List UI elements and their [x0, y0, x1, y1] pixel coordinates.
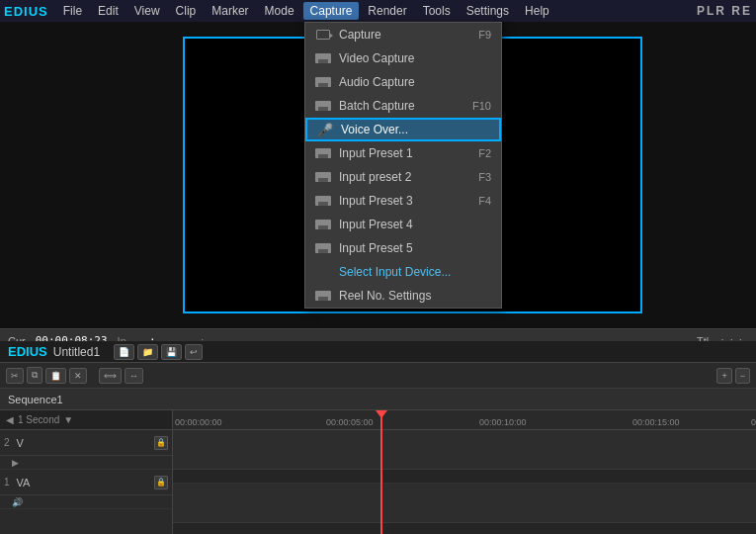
sequence-label: Sequence1	[8, 394, 63, 405]
menu-mode[interactable]: Mode	[258, 2, 301, 20]
menu-capture-item[interactable]: Capture F9	[305, 23, 501, 46]
batch-capture-icon	[315, 100, 331, 112]
ruler-mark-1: 00:00:05:00	[326, 417, 374, 427]
track-v2-control: 2 V 🔒	[0, 430, 172, 456]
preset5-icon	[315, 242, 331, 254]
preset4-icon	[315, 219, 331, 230]
ripple-btn[interactable]: ⟺	[99, 368, 122, 384]
new-project-btn[interactable]: 📄	[114, 344, 134, 360]
track-va1-audio-row	[173, 523, 756, 534]
menu-settings[interactable]: Settings	[460, 2, 516, 20]
track-va1-row	[173, 484, 756, 523]
select-device-icon	[315, 266, 331, 278]
plr-label: PLR RE	[697, 4, 752, 18]
track-labels: ◀ 1 Second ▼ 2 V 🔒 ▶ 1 VA 🔒	[0, 410, 173, 534]
copy-btn[interactable]: ⧉	[27, 367, 42, 384]
timeline-tracks: 00:00:00:00 00:00:05:00 00:00:10:00 00:0…	[173, 410, 756, 534]
cut-btn[interactable]: ✂	[6, 368, 24, 384]
ruler-mark-2: 00:00:10:00	[479, 417, 527, 427]
playhead-arrow	[376, 410, 387, 418]
track-v2-lock-btn[interactable]: 🔒	[154, 436, 168, 450]
open-btn[interactable]: 📁	[137, 344, 158, 360]
track-v2-name: V	[17, 437, 24, 449]
bottom-toolbar: ✂ ⧉ 📋 ✕ ⟺ ↔ + −	[0, 363, 756, 389]
project-title: Untitled1	[53, 345, 100, 359]
menu-input-preset-3[interactable]: Input Preset 3 F4	[305, 189, 501, 213]
menu-input-preset-2[interactable]: Input preset 2 F3	[305, 165, 501, 189]
sequence-bar: Sequence1	[0, 389, 756, 410]
timeline-area: ◀ 1 Second ▼ 2 V 🔒 ▶ 1 VA 🔒	[0, 410, 756, 534]
menu-help[interactable]: Help	[518, 2, 556, 20]
menu-file[interactable]: File	[56, 2, 89, 20]
preset1-icon	[315, 147, 331, 159]
track-v2-audio-row	[173, 470, 756, 484]
zoom-out-btn[interactable]: −	[735, 368, 750, 384]
menu-video-capture-item[interactable]: Video Capture	[305, 46, 501, 70]
menu-audio-capture-item[interactable]: Audio Capture	[305, 70, 501, 94]
capture-dropdown: Capture F9 Video Capture Audio Capture B…	[304, 22, 502, 309]
bottom-logo: EDIUS	[8, 344, 47, 359]
ruler-mark-4: 00:00:20:00	[751, 417, 756, 427]
track-va1-name: VA	[17, 477, 31, 489]
menu-tools[interactable]: Tools	[416, 2, 458, 20]
bottom-header: EDIUS Untitled1 📄 📁 💾 ↩	[0, 341, 756, 363]
menu-voice-over-item[interactable]: 🎤 Voice Over...	[305, 118, 501, 141]
menu-select-input-device[interactable]: Select Input Device...	[305, 260, 501, 284]
preset3-icon	[315, 195, 331, 207]
playhead	[380, 410, 382, 534]
menu-marker[interactable]: Marker	[205, 2, 255, 20]
menu-view[interactable]: View	[127, 2, 167, 20]
ruler-mark-0: 00:00:00:00	[175, 417, 222, 427]
paste-btn[interactable]: 📋	[45, 368, 66, 384]
undo-btn[interactable]: ↩	[185, 344, 203, 360]
menu-batch-capture-item[interactable]: Batch Capture F10	[305, 94, 501, 118]
preset2-icon	[315, 171, 331, 183]
audio-capture-icon	[315, 76, 331, 88]
track-va1-control: 1 VA 🔒	[0, 470, 172, 495]
timeline-ruler: 00:00:00:00 00:00:05:00 00:00:10:00 00:0…	[173, 410, 756, 430]
slip-btn[interactable]: ↔	[125, 368, 143, 384]
menu-capture[interactable]: Capture	[303, 2, 360, 20]
delete-btn[interactable]: ✕	[69, 368, 87, 384]
zoom-in-btn[interactable]: +	[716, 368, 731, 384]
track-va1-lock-btn[interactable]: 🔒	[154, 476, 168, 490]
menu-input-preset-5[interactable]: Input Preset 5	[305, 236, 501, 260]
track-v2-row	[173, 430, 756, 470]
menu-clip[interactable]: Clip	[169, 2, 204, 20]
menu-reel-settings[interactable]: Reel No. Settings	[305, 284, 501, 308]
save-btn[interactable]: 💾	[161, 344, 182, 360]
menu-edit[interactable]: Edit	[91, 2, 126, 20]
ruler-mark-3: 00:00:15:00	[632, 417, 680, 427]
bottom-panel: EDIUS Untitled1 📄 📁 💾 ↩ ✂ ⧉ 📋 ✕ ⟺ ↔ + − …	[0, 341, 756, 534]
menu-input-preset-1[interactable]: Input Preset 1 F2	[305, 141, 501, 165]
menu-input-preset-4[interactable]: Input Preset 4	[305, 213, 501, 236]
app-logo: EDIUS	[4, 4, 48, 19]
menu-render[interactable]: Render	[361, 2, 413, 20]
mic-icon: 🎤	[317, 124, 333, 135]
time-scale-label: 1 Second	[18, 414, 59, 425]
video-capture-icon	[315, 52, 331, 64]
menu-bar: EDIUS File Edit View Clip Marker Mode Ca…	[0, 0, 756, 22]
capture-icon	[315, 29, 331, 41]
reel-icon	[315, 290, 331, 302]
